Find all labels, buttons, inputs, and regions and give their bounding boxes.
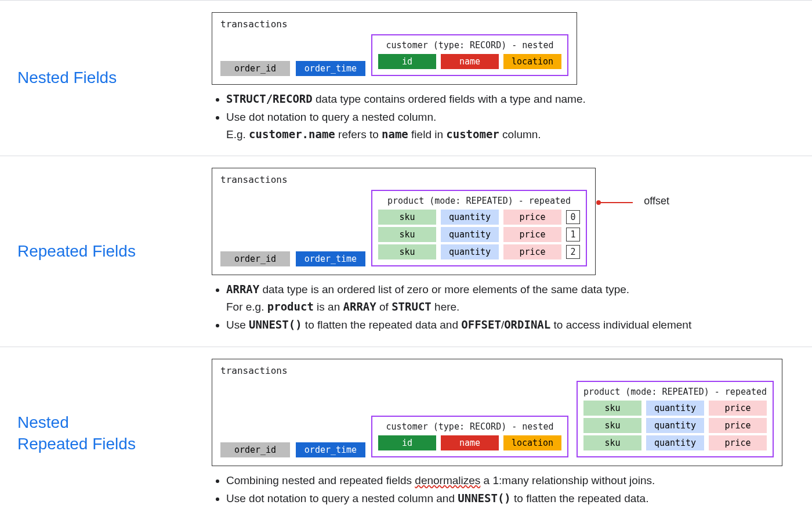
text-span: Combining nested and repeated fields <box>226 474 415 486</box>
field-cell: id <box>378 435 436 450</box>
nested-group-label: customer (type: RECORD) - nested <box>378 421 561 432</box>
bullet-item: ARRAY data type is an ordered list of ze… <box>226 281 795 315</box>
code-span: product <box>267 300 314 313</box>
nested-group: product (mode: REPEATED) - repeatedskuqu… <box>577 381 774 457</box>
field-cell: quantity <box>441 210 499 225</box>
bullet-list: STRUCT/RECORD data type contains ordered… <box>180 91 795 143</box>
offset-index: 1 <box>566 228 580 241</box>
field-cell: quantity <box>646 435 704 450</box>
table-name: transactions <box>220 174 587 185</box>
field-cell: quantity <box>646 401 704 416</box>
field-cell: price <box>709 435 767 450</box>
nested-row: skuquantityprice0 <box>378 210 580 225</box>
text-span: data type contains ordered fields with a… <box>313 93 586 105</box>
code-span: customer.name <box>249 128 335 140</box>
nested-row: idnamelocation <box>378 435 561 450</box>
nested-row: skuquantityprice <box>583 418 767 433</box>
field-cell: sku <box>583 435 641 450</box>
offset-index: 0 <box>566 210 580 224</box>
section-title: Nested Repeated Fields <box>0 359 180 509</box>
bullet-list: ARRAY data type is an ordered list of ze… <box>180 281 795 333</box>
section: Nested Repeated Fieldstransactionsorder_… <box>0 347 812 512</box>
field-cell: sku <box>378 227 436 242</box>
field-cell: order_id <box>220 61 290 76</box>
text-span: column. <box>499 128 541 140</box>
bullet-item: STRUCT/RECORD data type contains ordered… <box>226 91 795 107</box>
code-span: name <box>382 128 408 140</box>
field-cell: id <box>378 54 436 69</box>
offset-index: 2 <box>566 245 580 259</box>
bullet-item: Combining nested and repeated fields den… <box>226 472 795 489</box>
offset-annotation: offset <box>644 195 669 207</box>
text-span: field in <box>408 128 446 140</box>
nested-row: skuquantityprice <box>583 401 767 416</box>
field-cell: sku <box>378 210 436 225</box>
text-span: refers to <box>335 128 382 140</box>
table-name: transactions <box>220 19 568 30</box>
section-body: transactionsorder_idorder_timecustomer (… <box>180 12 812 144</box>
bullet-list: Combining nested and repeated fields den… <box>180 472 795 507</box>
text-span: For e.g. <box>226 301 267 313</box>
field-cell: order_time <box>296 61 365 76</box>
nested-group: customer (type: RECORD) - nestedidnamelo… <box>371 34 568 76</box>
field-cell: location <box>503 54 561 69</box>
nested-row: skuquantityprice2 <box>378 244 580 259</box>
field-cell: price <box>709 401 767 416</box>
section-title: Nested Fields <box>0 12 180 144</box>
text-span: a 1:many relationship without joins. <box>480 474 655 486</box>
schema-diagram: transactionsorder_idorder_timecustomer (… <box>212 359 782 466</box>
field-cell: name <box>441 54 499 69</box>
annotation-dot <box>596 200 601 205</box>
bullet-item: Use dot notation to query a nested colum… <box>226 490 795 507</box>
text-span: to flatten the repeated data and <box>302 319 462 331</box>
text-span: to access individual element <box>550 319 691 331</box>
field-cell: quantity <box>441 227 499 242</box>
nested-groups: product (mode: REPEATED) - repeatedskuqu… <box>371 190 587 266</box>
field-cell: order_time <box>296 442 365 457</box>
field-cell: sku <box>378 244 436 259</box>
field-cell: order_id <box>220 251 290 266</box>
annotation-line <box>598 202 633 203</box>
nested-group-label: product (mode: REPEATED) - repeated <box>378 196 580 206</box>
code-span: UNNEST() <box>458 492 511 504</box>
field-row: order_idorder_timecustomer (type: RECORD… <box>220 34 568 76</box>
code-span: STRUCT/RECORD <box>226 92 313 105</box>
text-span: to flatten the repeated data. <box>511 492 649 504</box>
code-span: OFFSET <box>461 318 501 331</box>
text-span: data type is an ordered list of zero or … <box>259 283 629 295</box>
section: Repeated Fieldstransactionsorder_idorder… <box>0 156 812 347</box>
section: Nested Fieldstransactionsorder_idorder_t… <box>0 0 812 156</box>
section-title: Repeated Fields <box>0 168 180 334</box>
code-span: ORDINAL <box>504 318 550 331</box>
section-body: transactionsorder_idorder_timecustomer (… <box>180 359 812 509</box>
field-cell: order_id <box>220 442 290 457</box>
field-cell: price <box>503 244 561 259</box>
text-span: Use dot notation to query a nested colum… <box>226 111 436 123</box>
text-span: Use <box>226 319 249 331</box>
field-cell: sku <box>583 401 641 416</box>
field-cell: location <box>503 435 561 450</box>
text-span: E.g. <box>226 128 249 140</box>
field-row: order_idorder_timeproduct (mode: REPEATE… <box>220 190 587 266</box>
field-cell: order_time <box>296 251 365 266</box>
nested-row: skuquantityprice <box>583 435 767 450</box>
table-name: transactions <box>220 365 774 376</box>
nested-group: customer (type: RECORD) - nestedidnamelo… <box>371 416 568 457</box>
section-body: transactionsorder_idorder_timeproduct (m… <box>180 168 812 334</box>
field-cell: quantity <box>441 244 499 259</box>
field-row: order_idorder_timecustomer (type: RECORD… <box>220 381 774 457</box>
text-span: denormalizes <box>415 474 480 486</box>
field-cell: price <box>503 210 561 225</box>
code-span: ARRAY <box>226 283 259 295</box>
bullet-item: Use UNNEST() to flatten the repeated dat… <box>226 316 795 333</box>
code-span: ARRAY <box>343 300 376 313</box>
field-cell: name <box>441 435 499 450</box>
code-span: UNNEST() <box>249 318 302 331</box>
nested-row: skuquantityprice1 <box>378 227 580 242</box>
code-span: STRUCT <box>392 300 432 313</box>
field-cell: quantity <box>646 418 704 433</box>
bullet-item: Use dot notation to query a nested colum… <box>226 109 795 143</box>
nested-groups: customer (type: RECORD) - nestedidnamelo… <box>371 34 568 76</box>
text-span: of <box>376 301 392 313</box>
schema-diagram: transactionsorder_idorder_timecustomer (… <box>212 12 577 85</box>
